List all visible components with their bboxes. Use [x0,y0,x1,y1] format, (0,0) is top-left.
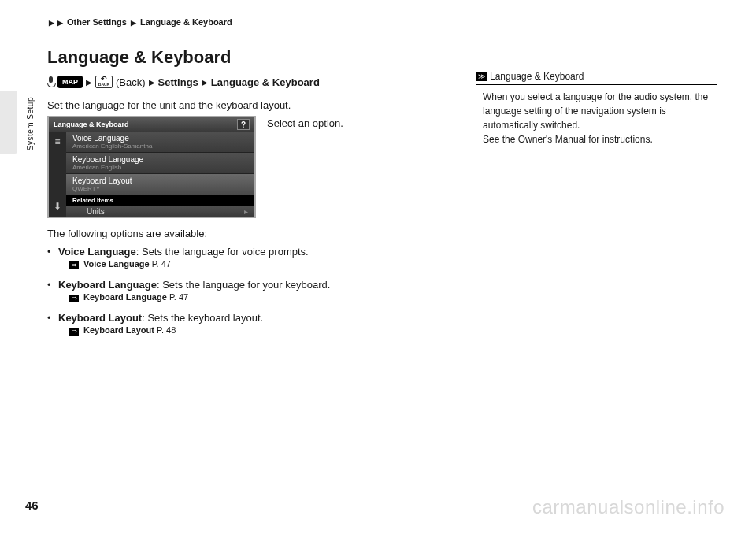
item-sub: American English [72,164,248,171]
item-label: Voice Language [72,134,248,143]
chevron-right-icon: ▶ [202,78,208,87]
units-item: Units ▸ [66,206,254,217]
option-title: Voice Language [58,246,136,258]
main-content: Language & Keyboard MAP ▶ BACK (Back) ▶ … [47,47,449,345]
arrow-down-icon: ⬇ [54,201,61,212]
options-intro: The following options are available: [47,228,449,239]
option-desc: : Sets the language for your keyboard. [157,279,330,291]
xref-label: Keyboard Language [83,292,167,302]
screenshot-item: Voice Language American English-Samantha [66,132,254,153]
page-title: Language & Keyboard [47,47,449,68]
screenshot-titlebar: Language & Keyboard ? [49,117,254,132]
xref-label: Voice Language [83,259,150,269]
cross-reference: ⇒ Voice Language P. 47 [58,259,449,269]
chevron-right-icon: ▶ [86,78,92,87]
chevron-right-icon: ▶ [149,78,155,87]
map-button-icon: MAP [57,76,83,88]
screenshot-row: Language & Keyboard ? ≡ ⬇ Voice Language… [47,116,449,218]
cross-reference: ⇒ Keyboard Language P. 47 [58,292,449,302]
item-sub: American English-Samantha [72,143,248,150]
screenshot-title: Language & Keyboard [54,121,129,128]
chevron-right-icon: ▸ [244,207,248,216]
option-title: Keyboard Layout [58,312,142,324]
divider [47,32,717,32]
nav-settings: Settings [158,76,198,88]
xref-icon: ⇒ [69,328,79,336]
section-label: System Setup [26,97,35,150]
breadcrumb: ▶▶ Other Settings ▶ Language & Keyboard [47,17,232,27]
sidebar-note: ≫ Language & Keyboard When you select a … [476,71,717,146]
xref-page: P. 48 [157,325,176,335]
side-tab [0,91,17,154]
note-heading: ≫ Language & Keyboard [476,71,717,85]
chevron-right-icon: ▶ [49,19,54,27]
note-title: Language & Keyboard [490,71,584,82]
note-body: When you select a language for the audio… [476,90,717,146]
note-paragraph: See the Owner's Manual for instructions. [483,132,717,146]
related-header: Related Items [66,195,254,206]
xref-page: P. 47 [169,292,188,302]
screenshot-list: Voice Language American English-Samantha… [66,132,254,217]
option-item: Voice Language: Sets the language for vo… [47,246,449,269]
screenshot-item: Keyboard Layout QWERTY [66,174,254,195]
option-desc: : Sets the language for voice prompts. [136,246,309,258]
nav-path: MAP ▶ BACK (Back) ▶ Settings ▶ Language … [47,76,449,88]
xref-label: Keyboard Layout [83,325,154,335]
option-desc: : Sets the keyboard layout. [142,312,263,324]
back-button-icon: BACK [95,76,113,88]
option-item: Keyboard Layout: Sets the keyboard layou… [47,312,449,336]
breadcrumb-item: Language & Keyboard [140,17,232,27]
screenshot-item: Keyboard Language American English [66,153,254,174]
xref-icon: ⇒ [69,261,79,269]
units-label: Units [87,207,105,216]
item-sub: QWERTY [72,185,248,192]
cross-reference: ⇒ Keyboard Layout P. 48 [58,325,449,336]
option-item: Keyboard Language: Sets the language for… [47,279,449,302]
help-icon: ? [237,119,250,130]
breadcrumb-item: Other Settings [67,17,127,27]
watermark: carmanualsonline.info [532,496,724,518]
intro-text: Set the language for the unit and the ke… [47,99,449,111]
menu-icon: ≡ [54,136,60,147]
nav-final: Language & Keyboard [211,76,320,88]
item-label: Keyboard Language [72,155,248,164]
device-screenshot: Language & Keyboard ? ≡ ⬇ Voice Language… [47,116,256,218]
note-icon: ≫ [476,72,487,81]
back-text: (Back) [116,76,146,88]
note-paragraph: When you select a language for the audio… [483,90,717,132]
xref-icon: ⇒ [69,295,79,302]
xref-page: P. 47 [152,259,171,269]
screenshot-sidebar: ≡ ⬇ [49,132,66,217]
page-number: 46 [25,499,39,512]
option-title: Keyboard Language [58,279,157,291]
mic-icon [47,76,54,87]
chevron-right-icon: ▶ [57,19,63,27]
item-label: Keyboard Layout [72,176,248,185]
instruction-text: Select an option. [267,116,343,129]
chevron-right-icon: ▶ [131,19,136,27]
